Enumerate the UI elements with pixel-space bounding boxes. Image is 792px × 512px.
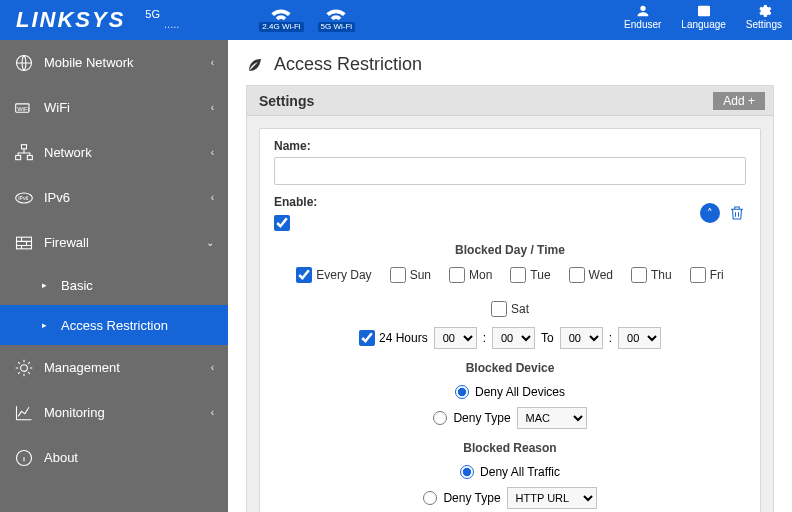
leaf-icon [246, 56, 264, 74]
chevron-up-icon: ˄ [707, 207, 713, 220]
caret-right-icon: ▸ [42, 320, 47, 330]
svg-rect-4 [22, 144, 27, 148]
caret-right-icon: ▸ [42, 280, 47, 290]
sidebar-item-mobile[interactable]: Mobile Network‹ [0, 40, 228, 85]
deny-type-device-radio[interactable] [433, 411, 447, 425]
wifi-badges: 2.4G Wi-Fi 5G Wi-Fi [259, 8, 355, 32]
deny-type-reason-radio[interactable] [423, 491, 437, 505]
from-hour-select[interactable]: 00 [434, 327, 477, 349]
chevron-left-icon: ‹ [211, 362, 214, 373]
name-label: Name: [274, 139, 746, 153]
time-row: 24 Hours 00 : 00 To 00 : 00 [274, 327, 746, 349]
to-hour-select[interactable]: 00 [560, 327, 603, 349]
blocked-daytime-title: Blocked Day / Time [274, 243, 746, 257]
sidebar-item-firewall[interactable]: Firewall⌄ [0, 220, 228, 265]
svg-rect-9 [17, 237, 32, 249]
language-icon [696, 3, 712, 19]
wifi-icon [270, 8, 292, 22]
wifi-5g-badge[interactable]: 5G Wi-Fi [318, 8, 356, 32]
language-button[interactable]: Language [681, 3, 726, 30]
enable-checkbox[interactable] [274, 215, 290, 231]
panel-title: Settings [259, 93, 314, 109]
from-min-select[interactable]: 00 [492, 327, 535, 349]
logo: LINKSYS [16, 7, 125, 33]
wed-checkbox[interactable] [569, 267, 585, 283]
info-icon [14, 448, 34, 468]
page-title: Access Restriction [274, 54, 422, 75]
sidebar-item-wifi[interactable]: WiFi WiFi‹ [0, 85, 228, 130]
main-content: Access Restriction Settings Add + Name: … [228, 40, 792, 512]
enduser-button[interactable]: Enduser [624, 3, 661, 30]
sat-checkbox[interactable] [491, 301, 507, 317]
gear-icon [756, 3, 772, 19]
to-min-select[interactable]: 00 [618, 327, 661, 349]
chevron-down-icon: ⌄ [206, 237, 214, 248]
trash-icon [728, 204, 746, 222]
thu-checkbox[interactable] [631, 267, 647, 283]
topbar: LINKSYS 5G ..... 2.4G Wi-Fi 5G Wi-Fi End… [0, 0, 792, 40]
deny-all-devices-radio[interactable] [455, 385, 469, 399]
blocked-reason-title: Blocked Reason [274, 441, 746, 455]
svg-text:IPv6: IPv6 [18, 194, 28, 200]
svg-text:WiFi: WiFi [17, 105, 29, 111]
delete-button[interactable] [728, 204, 746, 222]
fri-checkbox[interactable] [690, 267, 706, 283]
device-type-select[interactable]: MAC [517, 407, 587, 429]
chevron-left-icon: ‹ [211, 192, 214, 203]
days-row: Every Day Sun Mon Tue Wed Thu Fri Sat [274, 267, 746, 317]
gear-outline-icon [14, 358, 34, 378]
24h-checkbox[interactable] [359, 330, 375, 346]
wifi-box-icon: WiFi [14, 98, 34, 118]
svg-point-10 [21, 364, 28, 371]
globe-icon [14, 53, 34, 73]
sidebar-item-monitoring[interactable]: Monitoring‹ [0, 390, 228, 435]
reason-type-select[interactable]: HTTP URL [507, 487, 597, 509]
signal-dots: ..... [164, 18, 179, 30]
mon-checkbox[interactable] [449, 267, 465, 283]
sidebar-sub-basic[interactable]: ▸Basic [0, 265, 228, 305]
rule-card: Name: Enable: ˄ [259, 128, 761, 512]
sidebar-sub-access-restriction[interactable]: ▸Access Restriction [0, 305, 228, 345]
add-button[interactable]: Add + [713, 92, 765, 110]
chevron-left-icon: ‹ [211, 57, 214, 68]
deny-all-traffic-radio[interactable] [460, 465, 474, 479]
user-icon [635, 3, 651, 19]
svg-rect-0 [698, 6, 710, 17]
blocked-device-title: Blocked Device [274, 361, 746, 375]
settings-panel: Settings Add + Name: Enable: ˄ [246, 85, 774, 512]
ipv6-icon: IPv6 [14, 188, 34, 208]
firewall-icon [14, 233, 34, 253]
name-input[interactable] [274, 157, 746, 185]
collapse-button[interactable]: ˄ [700, 203, 720, 223]
svg-rect-6 [27, 155, 32, 159]
network-icon [14, 143, 34, 163]
everyday-checkbox[interactable] [296, 267, 312, 283]
sun-checkbox[interactable] [390, 267, 406, 283]
chevron-left-icon: ‹ [211, 407, 214, 418]
chevron-left-icon: ‹ [211, 147, 214, 158]
fiveg-label: 5G [145, 8, 160, 20]
wifi-icon [325, 8, 347, 22]
chevron-left-icon: ‹ [211, 102, 214, 113]
sidebar-item-network[interactable]: Network‹ [0, 130, 228, 175]
sidebar-item-about[interactable]: About [0, 435, 228, 480]
settings-button[interactable]: Settings [746, 3, 782, 30]
sidebar: Mobile Network‹ WiFi WiFi‹ Network‹ IPv6… [0, 40, 228, 512]
enable-label: Enable: [274, 195, 317, 209]
chart-icon [14, 403, 34, 423]
sidebar-item-management[interactable]: Management‹ [0, 345, 228, 390]
svg-rect-5 [16, 155, 21, 159]
wifi-24g-badge[interactable]: 2.4G Wi-Fi [259, 8, 303, 32]
sidebar-item-ipv6[interactable]: IPv6 IPv6‹ [0, 175, 228, 220]
tue-checkbox[interactable] [510, 267, 526, 283]
